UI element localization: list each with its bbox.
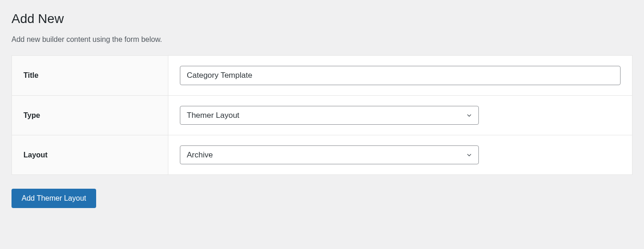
form-input-cell: Archive xyxy=(168,135,632,174)
form-row-title: Title xyxy=(12,56,632,96)
form-label-cell: Layout xyxy=(12,135,168,174)
form-table: Title Type Themer Layout Layout xyxy=(12,55,632,175)
select-wrapper: Themer Layout xyxy=(180,106,479,125)
form-input-cell: Themer Layout xyxy=(168,96,632,135)
type-label: Type xyxy=(23,111,40,120)
form-input-cell xyxy=(168,56,632,95)
form-label-cell: Type xyxy=(12,96,168,135)
page-description: Add new builder content using the form b… xyxy=(12,35,632,44)
title-label: Title xyxy=(23,71,39,80)
form-row-layout: Layout Archive xyxy=(12,135,632,174)
layout-select[interactable]: Archive xyxy=(180,145,479,164)
form-row-type: Type Themer Layout xyxy=(12,96,632,135)
add-themer-layout-button[interactable]: Add Themer Layout xyxy=(12,189,96,208)
title-input[interactable] xyxy=(180,66,621,85)
layout-label: Layout xyxy=(23,151,47,159)
form-label-cell: Title xyxy=(12,56,168,95)
type-select[interactable]: Themer Layout xyxy=(180,106,479,125)
select-wrapper: Archive xyxy=(180,145,479,164)
page-title: Add New xyxy=(12,12,632,26)
